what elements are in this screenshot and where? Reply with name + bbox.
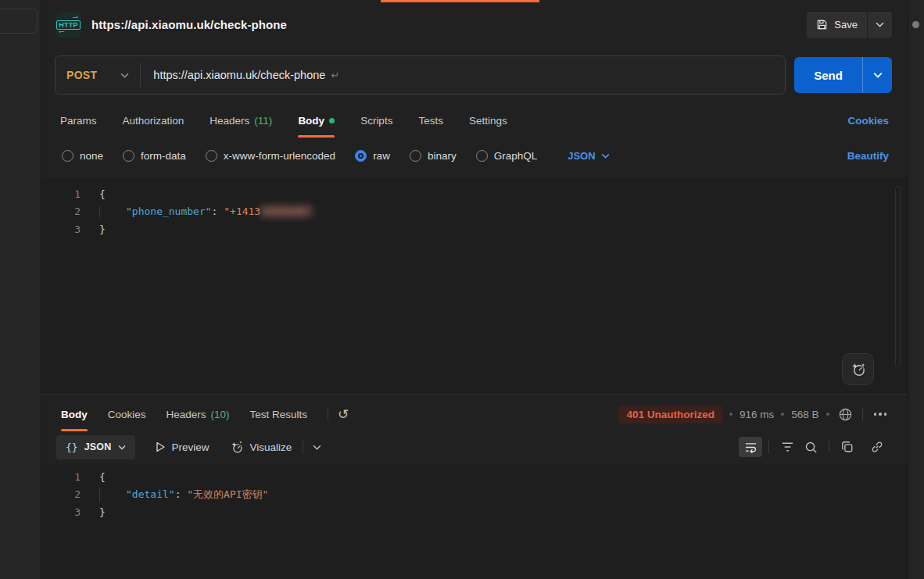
search-button[interactable]: [799, 437, 822, 457]
status-badge[interactable]: 401 Unauthorized: [618, 406, 722, 424]
save-button-label: Save: [834, 19, 858, 30]
url-input[interactable]: https://api.xiaomu.uk/check-phone: [153, 69, 325, 81]
enter-hint-icon: ↵: [331, 70, 339, 81]
more-options-icon[interactable]: [872, 409, 889, 419]
headers-count: (11): [254, 115, 272, 127]
separator-dot: [826, 413, 829, 416]
send-options-button[interactable]: [862, 57, 892, 93]
request-body-editor[interactable]: 1 { 2 "phone_number": "+14135550100" 3 }: [41, 178, 908, 394]
radio-form-data[interactable]: form-data: [123, 150, 186, 162]
line-number: 1: [41, 471, 81, 483]
body-modified-dot: [329, 118, 335, 123]
beautify-link[interactable]: Beautify: [847, 150, 889, 162]
radio-raw[interactable]: raw: [355, 150, 390, 162]
more-formats-chevron-icon[interactable]: [313, 445, 321, 450]
format-value: JSON: [84, 441, 112, 452]
code-line: 3 }: [41, 220, 908, 238]
cookies-link[interactable]: Cookies: [847, 115, 889, 127]
filter-button[interactable]: [775, 437, 799, 457]
braces-icon: {}: [66, 441, 78, 453]
line-number: 1: [41, 188, 81, 200]
divider: [328, 407, 328, 421]
response-tab-test-results[interactable]: Test Results: [250, 397, 308, 431]
app-window: ⇀ HTTP ↽ https://api.xiaomu.uk/check-pho…: [0, 0, 924, 579]
code-line: 2 "phone_number": "+14135550100": [41, 203, 908, 221]
left-sidebar: [0, 0, 41, 579]
response-tab-cookies[interactable]: Cookies: [108, 397, 146, 431]
response-format-select[interactable]: {} JSON: [56, 435, 135, 459]
method-selector-value[interactable]: POST: [56, 69, 120, 81]
radio-icon: [123, 150, 134, 162]
network-globe-icon[interactable]: [838, 407, 853, 422]
request-url-row: POST https://api.xiaomu.uk/check-phone ↵…: [41, 55, 908, 95]
tab-authorization[interactable]: Authorization: [123, 103, 184, 138]
response-meta: 401 Unauthorized 916 ms 568 B: [618, 406, 888, 424]
radio-graphql[interactable]: GraphQL: [476, 150, 538, 162]
separator-dot: [729, 413, 732, 416]
indent-guide: [99, 206, 100, 217]
url-divider: [140, 63, 141, 87]
radio-none[interactable]: none: [62, 150, 103, 162]
preview-play-icon: [156, 441, 166, 452]
right-rail: [908, 0, 924, 579]
wrap-text-button[interactable]: [739, 437, 762, 457]
radio-binary[interactable]: binary: [410, 150, 457, 162]
method-chevron-down-icon[interactable]: [120, 73, 129, 78]
line-number: 2: [41, 206, 81, 217]
radio-x-www-form-urlencoded[interactable]: x-www-form-urlencoded: [206, 150, 335, 162]
body-type-row: none form-data x-www-form-urlencoded raw…: [41, 142, 908, 169]
visualize-button[interactable]: Visualize: [230, 440, 292, 454]
code-line: 3 }: [41, 503, 908, 521]
save-icon: [816, 19, 828, 30]
tab-scripts[interactable]: Scripts: [360, 103, 392, 138]
http-request-icon: ⇀ HTTP ↽: [56, 12, 81, 38]
radio-selected-icon: [355, 150, 367, 162]
code-line: 2 "detail": "无效的API密钥": [41, 486, 908, 504]
chevron-down-icon: [118, 445, 126, 450]
response-tabs: Body Cookies Headers(10) Test Results ↺ …: [41, 397, 908, 431]
request-header: ⇀ HTTP ↽ https://api.xiaomu.uk/check-pho…: [41, 0, 908, 49]
code-line: 1 {: [41, 185, 908, 203]
save-button-group: Save: [807, 12, 892, 38]
response-action-icons: [739, 437, 889, 457]
save-button[interactable]: Save: [807, 12, 867, 38]
rail-partial-icon[interactable]: [912, 21, 919, 28]
line-number: 3: [41, 506, 81, 518]
response-tab-body[interactable]: Body: [61, 397, 88, 431]
send-button[interactable]: Send: [794, 57, 862, 93]
editor-scrollbar[interactable]: [895, 186, 901, 367]
divider: [768, 441, 769, 453]
tab-tests[interactable]: Tests: [418, 103, 443, 138]
radio-icon: [476, 150, 488, 162]
chevron-down-icon: [601, 153, 610, 159]
response-toolbar: {} JSON Preview Visualize: [41, 432, 908, 462]
send-button-group: Send: [794, 57, 892, 93]
tab-body[interactable]: Body: [298, 103, 335, 138]
request-tabs: Params Authorization Headers(11) Body Sc…: [41, 103, 908, 138]
preview-button[interactable]: Preview: [156, 441, 210, 453]
tab-params[interactable]: Params: [60, 103, 97, 138]
sidebar-collapsed-item[interactable]: [0, 9, 38, 34]
line-number: 2: [41, 488, 81, 500]
active-tab-indicator: [381, 0, 539, 2]
tab-headers[interactable]: Headers(11): [210, 103, 272, 138]
visualize-sparkle-icon: [230, 440, 244, 454]
response-body-viewer: 1 { 2 "detail": "无效的API密钥" 3 }: [41, 464, 908, 579]
response-time: 916 ms: [740, 409, 774, 420]
postbot-sparkle-icon: [851, 362, 866, 377]
response-tab-headers[interactable]: Headers(10): [167, 397, 230, 431]
chevron-down-icon: [876, 22, 884, 27]
separator-dot: [781, 413, 784, 416]
radio-icon: [410, 150, 421, 162]
link-button[interactable]: [865, 437, 889, 457]
divider: [829, 441, 829, 453]
tab-settings[interactable]: Settings: [469, 103, 507, 138]
chevron-down-icon: [873, 72, 883, 78]
body-language-select[interactable]: JSON: [568, 150, 609, 162]
response-history-icon[interactable]: ↺: [338, 408, 349, 421]
save-options-button[interactable]: [867, 12, 892, 38]
radio-icon: [62, 150, 73, 162]
postbot-button[interactable]: [842, 353, 874, 385]
copy-button[interactable]: [836, 437, 859, 457]
divider: [862, 408, 863, 420]
